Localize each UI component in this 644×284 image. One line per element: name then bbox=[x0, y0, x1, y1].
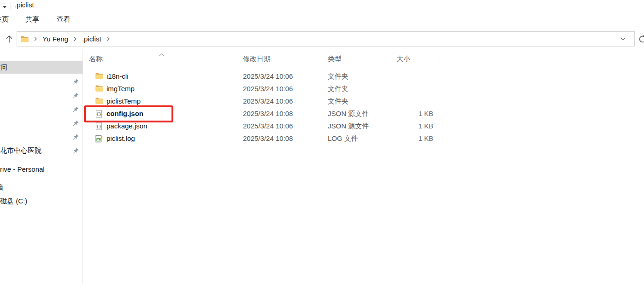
file-type: LOG 文件 bbox=[328, 134, 358, 143]
sidebar-pinned-item[interactable] bbox=[0, 103, 83, 116]
chevron-right-icon[interactable] bbox=[34, 36, 37, 41]
column-divider[interactable] bbox=[240, 52, 240, 67]
file-size: 1 KB bbox=[387, 110, 433, 117]
breadcrumb-root-folder-icon bbox=[21, 36, 29, 42]
sidebar-item-onedrive-personal[interactable]: rive - Personal bbox=[0, 163, 83, 175]
file-type: 文件夹 bbox=[328, 85, 349, 93]
column-divider[interactable] bbox=[392, 52, 392, 67]
file-name: package.json bbox=[106, 122, 147, 130]
file-date-modified: 2025/3/24 10:06 bbox=[243, 97, 293, 105]
file-date-modified: 2025/3/24 10:06 bbox=[243, 122, 293, 130]
ribbon-tab-strip: 主页 共享 查看 bbox=[0, 13, 644, 27]
svg-text:{}: {} bbox=[96, 112, 101, 116]
file-row-package-json[interactable]: {} package.json 2025/3/24 10:06 JSON 源文件… bbox=[83, 120, 644, 133]
tab-view-label: 查看 bbox=[57, 15, 71, 23]
file-date-modified: 2025/3/24 10:08 bbox=[243, 110, 293, 117]
chevron-right-icon[interactable] bbox=[73, 36, 77, 41]
refresh-icon[interactable] bbox=[638, 35, 644, 44]
file-name: piclist.log bbox=[106, 134, 135, 142]
window-title: .piclist bbox=[15, 1, 34, 9]
file-size: 1 KB bbox=[387, 122, 433, 130]
folder-icon bbox=[95, 85, 104, 93]
sidebar-pinned-item[interactable] bbox=[0, 75, 83, 88]
sidebar-item-hospital[interactable]: 花市中心医院 bbox=[0, 145, 83, 157]
sidebar-quick-access-label: 访问 bbox=[0, 63, 7, 72]
sidebar-item-hospital-label: 花市中心医院 bbox=[0, 146, 41, 155]
file-type: JSON 源文件 bbox=[328, 122, 369, 131]
titlebar-separator bbox=[11, 2, 11, 10]
pushpin-icon bbox=[72, 106, 79, 113]
file-row-i18n-cli[interactable]: i18n-cli 2025/3/24 10:06 文件夹 bbox=[83, 70, 644, 83]
json-file-icon: {} bbox=[95, 110, 104, 118]
pushpin-icon bbox=[72, 79, 79, 85]
up-arrow-icon[interactable] bbox=[5, 35, 14, 44]
breadcrumb-segment-piclist[interactable]: .piclist bbox=[82, 35, 101, 43]
sidebar-item-local-disk-c[interactable]: 磁盘 (C:) bbox=[0, 195, 83, 208]
tab-home[interactable]: 主页 bbox=[0, 15, 10, 26]
qat-triangle bbox=[3, 6, 6, 8]
file-date-modified: 2025/3/24 10:06 bbox=[243, 72, 293, 80]
tab-view[interactable]: 查看 bbox=[57, 15, 71, 26]
column-header-type[interactable]: 类型 bbox=[328, 55, 342, 64]
sidebar-item-this-pc[interactable]: 脑 bbox=[0, 181, 83, 194]
json-file-icon: {} bbox=[95, 122, 104, 130]
file-type: 文件夹 bbox=[328, 97, 349, 106]
chevron-down-icon[interactable] bbox=[620, 37, 626, 41]
column-header-size[interactable]: 大小 bbox=[396, 55, 410, 64]
file-name: imgTemp bbox=[106, 85, 135, 93]
file-row-imgtemp[interactable]: imgTemp 2025/3/24 10:06 文件夹 bbox=[83, 83, 644, 95]
folder-icon bbox=[95, 73, 104, 81]
tab-home-label: 主页 bbox=[0, 15, 9, 24]
file-type: 文件夹 bbox=[328, 72, 349, 81]
sidebar-pinned-item[interactable] bbox=[0, 117, 83, 129]
sidebar-item-this-pc-label: 脑 bbox=[0, 183, 3, 192]
file-row-config-json[interactable]: {} config.json 2025/3/24 10:08 JSON 源文件 … bbox=[83, 108, 644, 120]
column-divider[interactable] bbox=[439, 52, 439, 67]
file-date-modified: 2025/3/24 10:06 bbox=[243, 85, 293, 93]
file-date-modified: 2025/3/24 10:08 bbox=[243, 134, 293, 142]
sidebar-item-local-disk-c-label: 磁盘 (C:) bbox=[0, 197, 27, 206]
pushpin-icon bbox=[72, 148, 79, 154]
sort-ascending-caret-icon bbox=[159, 50, 165, 58]
file-row-piclist-log[interactable]: piclist.log 2025/3/24 10:08 LOG 文件 1 KB bbox=[83, 133, 644, 145]
folder-icon bbox=[95, 98, 104, 105]
column-divider[interactable] bbox=[323, 52, 323, 67]
column-header-name[interactable]: 名称 bbox=[89, 55, 103, 64]
sidebar-item-onedrive-label: rive - Personal bbox=[0, 165, 45, 173]
log-file-icon bbox=[95, 135, 104, 143]
title-bar: .piclist bbox=[0, 0, 644, 13]
file-type: JSON 源文件 bbox=[328, 110, 369, 118]
tab-share[interactable]: 共享 bbox=[25, 15, 39, 26]
sidebar-pinned-item[interactable] bbox=[0, 131, 83, 143]
sidebar-pinned-item[interactable] bbox=[0, 89, 83, 102]
sidebar-item-quick-access[interactable]: 访问 bbox=[0, 61, 83, 74]
tab-share-label: 共享 bbox=[25, 15, 39, 23]
file-row-piclisttemp[interactable]: piclistTemp 2025/3/24 10:06 文件夹 bbox=[83, 95, 644, 108]
pushpin-icon bbox=[72, 134, 79, 140]
chevron-right-icon[interactable] bbox=[106, 36, 110, 41]
breadcrumb-segment-yu-feng[interactable]: Yu Feng bbox=[42, 35, 68, 43]
pushpin-icon bbox=[72, 120, 79, 127]
column-header-date-modified[interactable]: 修改日期 bbox=[243, 55, 271, 64]
file-size: 1 KB bbox=[387, 134, 433, 142]
qat-bar bbox=[2, 4, 6, 4]
address-bar[interactable]: Yu Feng .piclist bbox=[17, 31, 635, 46]
pushpin-icon bbox=[72, 93, 79, 99]
file-name: i18n-cli bbox=[106, 72, 129, 80]
file-name: piclistTemp bbox=[106, 97, 141, 105]
file-name: config.json bbox=[106, 110, 143, 117]
svg-text:{}: {} bbox=[96, 124, 101, 129]
quick-access-toolbar-dropdown-icon[interactable] bbox=[1, 3, 8, 9]
